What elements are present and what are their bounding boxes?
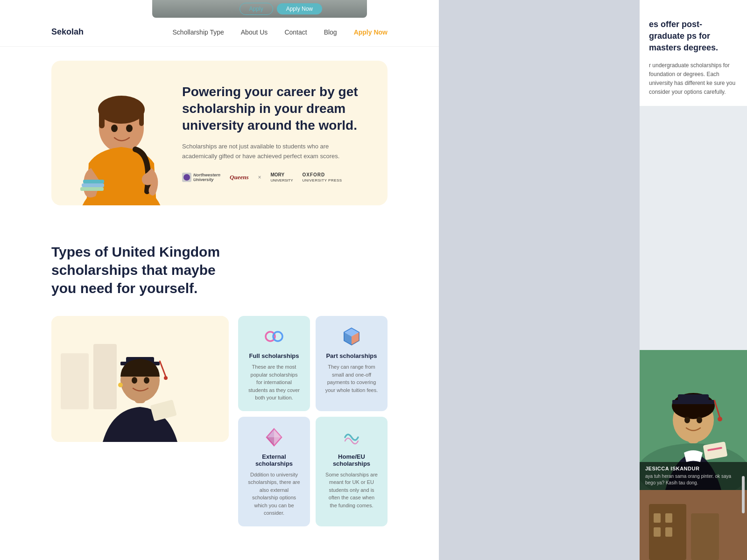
svg-rect-53 — [665, 513, 672, 523]
oxford-label: OXFORDUNIVERSITY PRESS — [303, 172, 342, 182]
scholarship-card-part[interactable]: Part scholarships They can range from sm… — [316, 316, 388, 411]
scholarship-card-full[interactable]: Full scholarships These are the most pop… — [238, 316, 310, 411]
right-panel: es offer post-graduate ps for masters de… — [640, 0, 747, 560]
part-scholarships-desc: They can range from small and one-off pa… — [325, 363, 378, 394]
person-quote: aya tuh heran sama orang pinter. ok saya… — [645, 473, 741, 486]
nav-item-blog[interactable]: Blog — [324, 28, 337, 36]
logo-oxford: OXFORDUNIVERSITY PRESS — [303, 172, 342, 182]
top-button-strip: Apply Apply Now — [240, 0, 327, 18]
svg-point-22 — [144, 377, 149, 384]
svg-rect-10 — [80, 187, 104, 191]
wave-icon — [341, 427, 362, 448]
svg-point-11 — [183, 174, 190, 181]
nav-item-apply-now[interactable]: Apply Now — [354, 28, 388, 36]
northwestern-label: NorthwesternUniversity — [193, 173, 220, 182]
grad-photo-card — [51, 316, 229, 442]
apply-now-button-filled[interactable]: Apply Now — [277, 3, 322, 14]
svg-rect-4 — [99, 110, 105, 128]
logo-northwestern: NorthwesternUniversity — [182, 173, 220, 182]
mory-label: MORYUNIVERSITY — [270, 172, 293, 182]
cube-icon — [341, 326, 362, 347]
external-scholarships-icon — [263, 426, 285, 448]
svg-point-24 — [118, 383, 123, 387]
right-panel-body-partial: r undergraduate scholarships for foundat… — [649, 61, 738, 97]
home-eu-scholarships-icon — [340, 426, 363, 448]
scholarship-card-home-eu[interactable]: Home/EU scholarships Some scholarships a… — [316, 417, 388, 526]
types-section-title: Types of United Kingdom scholarships tha… — [51, 243, 229, 297]
svg-rect-13 — [61, 353, 89, 409]
home-eu-scholarships-desc: Some scholarships are meant for UK or EU… — [325, 471, 378, 510]
svg-point-6 — [111, 125, 118, 132]
full-scholarships-icon — [263, 325, 285, 348]
apply-button-outline[interactable]: Apply — [240, 3, 273, 15]
full-scholarships-title: Full scholarships — [249, 352, 299, 359]
navbar: Sekolah Schollarship Type About Us Conta… — [0, 18, 439, 47]
right-panel-title-partial: es offer post-graduate ps for masters de… — [649, 19, 738, 54]
student-illustration — [70, 61, 173, 205]
nav-links: Schollarship Type About Us Contact Blog … — [173, 28, 388, 36]
main-content: Apply Apply Now Sekolah Schollarship Typ… — [0, 0, 439, 560]
nav-logo[interactable]: Sekolah — [51, 27, 84, 37]
scroll-indicator — [742, 476, 745, 513]
grad-student-illustration — [51, 316, 229, 442]
hero-student-image — [61, 61, 182, 205]
svg-rect-54 — [654, 527, 661, 537]
external-scholarships-title: External scholarships — [247, 453, 301, 467]
hero-title: Powering your career by get scholarship … — [182, 84, 359, 134]
nav-link-about-us[interactable]: About Us — [241, 28, 268, 36]
rp-title-text: es offer post-graduate ps for masters de… — [649, 20, 718, 52]
full-scholarships-desc: These are the most popular scholarships … — [247, 363, 301, 402]
bottom-content: Full scholarships These are the most pop… — [0, 316, 439, 526]
nav-item-contact[interactable]: Contact — [284, 28, 307, 36]
external-scholarships-desc: Dddition to university scholarships, the… — [247, 471, 301, 517]
svg-rect-42 — [678, 394, 709, 402]
right-panel-mid-gray — [640, 106, 747, 350]
scholarship-cards-grid: Full scholarships These are the most pop… — [229, 316, 388, 526]
nav-item-about-us[interactable]: About Us — [241, 28, 268, 36]
right-panel-person-photo: JESICCA ISKANDUR aya tuh heran sama oran… — [640, 350, 747, 490]
queens-label: Queens — [230, 174, 248, 181]
northwestern-icon — [182, 173, 191, 182]
nav-link-scholarship-type[interactable]: Schollarship Type — [173, 28, 224, 36]
home-eu-scholarships-title: Home/EU scholarships — [325, 453, 378, 467]
svg-point-21 — [132, 377, 137, 384]
part-scholarships-title: Part scholarships — [326, 352, 377, 359]
nav-link-blog[interactable]: Blog — [324, 28, 337, 36]
svg-rect-5 — [139, 110, 144, 126]
scholarship-card-external[interactable]: External scholarships Dddition to univer… — [238, 417, 310, 526]
svg-point-20 — [164, 376, 168, 380]
hero-subtitle: Scholarships are not just available to s… — [182, 142, 359, 161]
svg-rect-14 — [93, 344, 117, 409]
logo-mory: MORYUNIVERSITY — [270, 172, 293, 182]
svg-rect-8 — [83, 180, 104, 183]
hero-section: Powering your career by get scholarship … — [0, 47, 439, 219]
svg-point-45 — [684, 417, 690, 423]
logo-queens: Queens — [230, 174, 248, 181]
svg-rect-52 — [654, 513, 661, 523]
nav-link-apply-now[interactable]: Apply Now — [354, 28, 388, 36]
svg-point-44 — [718, 417, 722, 421]
person-name-badge: JESICCA ISKANDUR aya tuh heran sama oran… — [640, 462, 747, 490]
svg-rect-55 — [665, 527, 672, 537]
svg-point-46 — [697, 417, 702, 423]
svg-rect-9 — [82, 183, 104, 187]
right-panel-top: es offer post-graduate ps for masters de… — [640, 0, 747, 106]
link-circles-icon — [264, 326, 284, 347]
nav-item-scholarship-type[interactable]: Schollarship Type — [173, 28, 224, 36]
types-section: Types of United Kingdom scholarships tha… — [0, 219, 439, 297]
hero-card: Powering your career by get scholarship … — [51, 61, 388, 205]
svg-rect-51 — [691, 513, 719, 560]
nav-link-contact[interactable]: Contact — [284, 28, 307, 36]
part-scholarships-icon — [340, 325, 363, 348]
hero-university-logos: NorthwesternUniversity Queens × MORYUNIV… — [182, 172, 359, 182]
svg-point-3 — [98, 96, 145, 124]
svg-point-7 — [126, 125, 133, 132]
logo-x-separator: × — [258, 174, 261, 181]
building-illustration — [640, 490, 747, 560]
diamond-icon — [264, 427, 284, 448]
person-name: JESICCA ISKANDUR — [645, 466, 741, 471]
top-image-strip — [0, 0, 439, 18]
right-panel-photo2 — [640, 490, 747, 560]
